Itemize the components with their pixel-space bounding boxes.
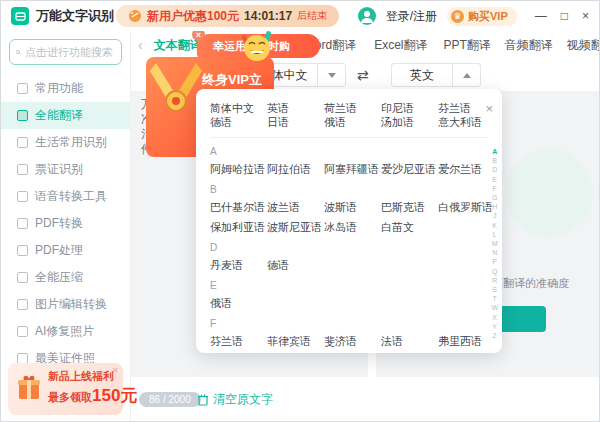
language-option[interactable]: 斐济语 — [324, 334, 381, 348]
index-letter[interactable]: N — [492, 248, 497, 257]
language-option[interactable]: 保加利亚语 — [210, 220, 267, 234]
maximize-button[interactable]: □ — [561, 9, 568, 23]
function-search-box[interactable] — [9, 39, 122, 65]
language-option[interactable]: 阿姆哈拉语 — [210, 162, 267, 176]
language-option[interactable]: 白苗文 — [381, 220, 438, 234]
sidebar-item[interactable]: PDF转换 — [1, 210, 130, 237]
target-language-select[interactable]: 英文 — [391, 63, 481, 87]
index-letter[interactable]: S — [492, 285, 497, 294]
search-input[interactable] — [25, 46, 115, 58]
language-option[interactable]: 法语 — [381, 334, 438, 348]
sidebar-item-label: 全能翻译 — [35, 107, 83, 124]
tab-视频翻译[interactable]: 视频翻译 — [567, 37, 600, 54]
language-option[interactable]: 波斯语 — [324, 200, 381, 214]
index-letter[interactable]: X — [492, 313, 497, 322]
index-letter[interactable]: Y — [492, 322, 497, 331]
index-letter[interactable]: J — [493, 211, 497, 220]
section-letter: A — [210, 146, 502, 157]
tab-PPT翻译[interactable]: PPT翻译 — [443, 37, 490, 54]
avatar[interactable] — [358, 7, 376, 25]
promo-close-icon[interactable]: × — [112, 365, 118, 376]
index-letter[interactable]: R — [492, 276, 497, 285]
buy-vip-label: 购买VIP — [468, 9, 508, 24]
target-language-caret[interactable] — [452, 64, 480, 86]
pdf-convert-icon — [17, 218, 28, 229]
sidebar-item[interactable]: 图片编辑转换 — [1, 291, 130, 318]
index-letter[interactable]: W — [491, 303, 498, 312]
sidebar-item-label: 全能压缩 — [35, 269, 83, 286]
sidebar-item-label: 票证识别 — [35, 161, 83, 178]
sidebar-item[interactable]: 常用功能 — [1, 75, 130, 102]
camera-icon — [17, 137, 28, 148]
language-option[interactable]: 俄语 — [324, 115, 381, 129]
laughing-emoji-icon — [240, 29, 274, 66]
tab-Excel翻译[interactable]: Excel翻译 — [374, 37, 427, 54]
language-option[interactable]: 波兰语 — [267, 200, 324, 214]
new-user-banner[interactable]: 新用户优惠100元 14:01:17 后结束 — [116, 5, 339, 27]
language-option[interactable]: 爱沙尼亚语 — [381, 162, 438, 176]
sidebar-promo-card[interactable]: × 新品上线福利 最多领取150元 — [8, 363, 123, 415]
index-letter[interactable]: E — [492, 175, 497, 184]
swap-languages-icon[interactable]: ⇄ — [357, 67, 369, 83]
language-option[interactable]: 汤加语 — [381, 115, 438, 129]
close-button[interactable]: × — [582, 9, 589, 23]
language-option[interactable]: 巴斯克语 — [381, 200, 438, 214]
index-letter[interactable]: T — [493, 294, 497, 303]
sidebar-item[interactable]: 全能翻译 — [1, 102, 130, 129]
section-letter: B — [210, 184, 502, 195]
buy-vip-button[interactable]: ♛ 购买VIP — [447, 7, 517, 26]
sidebar-item[interactable]: PDF处理 — [1, 237, 130, 264]
language-option[interactable]: 简体中文 — [210, 101, 267, 115]
sidebar-item[interactable]: 语音转换工具 — [1, 183, 130, 210]
login-register-link[interactable]: 登录/注册 — [386, 8, 437, 25]
index-letter[interactable]: B — [492, 156, 497, 165]
index-letter[interactable]: F — [493, 184, 497, 193]
clear-source-button[interactable]: 清空原文字 — [197, 391, 273, 408]
language-option[interactable]: 日语 — [267, 115, 324, 129]
language-option[interactable]: 德语 — [210, 115, 267, 129]
index-letter[interactable]: H — [492, 202, 497, 211]
output-tip: 高翻译的准确度 — [492, 276, 569, 291]
recent-language-row: 德语日语俄语汤加语意大利语 — [210, 115, 502, 129]
promo-line2: 最多领取 — [48, 391, 92, 403]
tab-音频翻译[interactable]: 音频翻译 — [505, 37, 553, 54]
language-option[interactable]: 意大利语 — [438, 115, 495, 129]
target-language-value: 英文 — [392, 64, 452, 86]
language-option[interactable]: 印尼语 — [381, 101, 438, 115]
language-option[interactable]: 芬兰语 — [210, 334, 267, 348]
banner-countdown: 14:01:17 — [244, 9, 292, 23]
language-option[interactable]: 阿拉伯语 — [267, 162, 324, 176]
sidebar-item[interactable]: AI修复照片 — [1, 318, 130, 345]
index-letter[interactable]: G — [492, 193, 497, 202]
language-option[interactable]: 白俄罗斯语 — [438, 200, 495, 214]
tabs-scroll-left-icon[interactable]: ‹ — [131, 37, 148, 53]
language-option[interactable]: 波斯尼亚语 — [267, 220, 324, 234]
language-option[interactable]: 丹麦语 — [210, 258, 267, 272]
index-letter[interactable]: M — [492, 239, 498, 248]
index-letter[interactable]: D — [492, 165, 497, 174]
source-language-caret[interactable] — [317, 64, 345, 86]
sidebar-item-label: PDF转换 — [35, 215, 83, 232]
sidebar-item[interactable]: 票证识别 — [1, 156, 130, 183]
language-option[interactable]: 德语 — [267, 258, 324, 272]
language-option[interactable]: 俄语 — [210, 296, 267, 310]
language-option[interactable]: 弗里西语 — [438, 334, 495, 348]
index-letter[interactable]: Z — [493, 331, 497, 340]
index-letter[interactable]: L — [493, 230, 497, 239]
language-option[interactable]: 巴什基尔语 — [210, 200, 267, 214]
index-letter[interactable]: K — [492, 221, 497, 230]
language-option[interactable]: 菲律宾语 — [267, 334, 324, 348]
language-option[interactable]: 阿塞拜疆语 — [324, 162, 381, 176]
index-letter[interactable]: Q — [492, 267, 497, 276]
language-option[interactable]: 荷兰语 — [324, 101, 381, 115]
minimize-button[interactable]: — — [535, 9, 547, 23]
section-letter: D — [210, 242, 502, 253]
panel-close-icon[interactable]: × — [485, 101, 493, 116]
sidebar-item[interactable]: 生活常用识别 — [1, 129, 130, 156]
index-letter[interactable]: A — [492, 147, 497, 156]
language-option[interactable]: 英语 — [267, 101, 324, 115]
sidebar-item[interactable]: 全能压缩 — [1, 264, 130, 291]
language-option[interactable]: 爱尔兰语 — [438, 162, 495, 176]
language-option[interactable]: 冰岛语 — [324, 220, 381, 234]
index-letter[interactable]: P — [492, 257, 497, 266]
